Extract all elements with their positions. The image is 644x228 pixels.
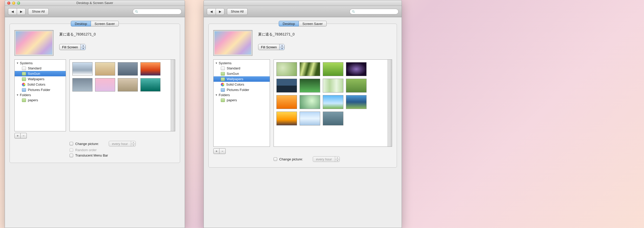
remove-folder-button[interactable]: － xyxy=(21,133,27,139)
fill-mode-select[interactable]: Fill Screen ▲▼ xyxy=(59,44,86,50)
show-all-button[interactable]: Show All xyxy=(227,8,248,15)
wallpaper-thumb[interactable] xyxy=(95,62,115,76)
sidebar-item-pictures-folder[interactable]: Pictures Folder xyxy=(15,87,66,93)
wallpaper-thumb[interactable] xyxy=(276,79,297,93)
group-folders[interactable]: ▼Folders xyxy=(214,93,270,97)
scrollbar[interactable] xyxy=(388,59,392,147)
scrollbar[interactable] xyxy=(171,59,175,131)
sidebar-item-songun[interactable]: SonGun xyxy=(214,71,270,76)
group-folders[interactable]: ▼Folders xyxy=(15,93,66,97)
wallpaper-thumb[interactable] xyxy=(300,79,320,93)
wallpaper-thumb[interactable] xyxy=(118,62,138,76)
minimize-button[interactable] xyxy=(12,2,15,5)
back-button[interactable]: ◀ xyxy=(207,8,216,15)
add-folder-button[interactable]: ＋ xyxy=(213,148,219,154)
wallpaper-thumb[interactable] xyxy=(346,95,367,109)
disclosure-triangle-icon[interactable]: ▼ xyxy=(215,62,218,65)
wallpaper-thumb[interactable] xyxy=(346,79,367,93)
color-wheel-icon xyxy=(221,83,224,86)
titlebar[interactable] xyxy=(204,0,402,6)
close-button[interactable] xyxy=(7,2,10,5)
zoom-button[interactable] xyxy=(17,2,20,5)
toolbar: ◀ ▶ Show All xyxy=(5,6,185,17)
add-remove-buttons: ＋ － xyxy=(213,148,392,154)
source-sidebar[interactable]: ▼Systems Standard SonGun Wallpapers Soli… xyxy=(14,59,66,131)
wallpaper-thumb[interactable] xyxy=(118,78,138,92)
search-field[interactable] xyxy=(133,9,182,14)
sidebar-item-standard[interactable]: Standard xyxy=(214,66,270,71)
disclosure-triangle-icon[interactable]: ▼ xyxy=(215,94,218,96)
translucent-label: Translucent Menu Bar xyxy=(75,153,108,157)
svg-line-1 xyxy=(137,12,138,13)
stepper-icon: ▲▼ xyxy=(335,157,340,162)
folder-icon xyxy=(221,77,225,81)
nav-buttons: ◀ ▶ xyxy=(8,8,26,15)
tab-screensaver[interactable]: Screen Saver xyxy=(299,21,327,26)
options-section: Change picture: every hour ▲▼ Random ord… xyxy=(70,140,175,158)
wallpaper-thumb[interactable] xyxy=(140,62,160,76)
wallpaper-thumb[interactable] xyxy=(276,95,297,109)
wallpaper-thumb[interactable] xyxy=(300,112,320,125)
wallpaper-thumb[interactable] xyxy=(95,78,115,92)
change-picture-checkbox[interactable] xyxy=(70,142,73,145)
tab-desktop[interactable]: Desktop xyxy=(279,21,299,26)
wallpaper-thumb[interactable] xyxy=(346,62,367,76)
tab-desktop[interactable]: Desktop xyxy=(71,21,91,26)
sidebar-item-papers[interactable]: papers xyxy=(15,97,66,103)
fill-mode-value: Fill Screen xyxy=(60,45,80,49)
options-section: Change picture: every hour ▲▼ xyxy=(274,156,392,163)
sidebar-item-wallpapers[interactable]: Wallpapers xyxy=(15,76,66,82)
wallpaper-thumb[interactable] xyxy=(323,79,343,93)
folder-icon xyxy=(22,77,26,81)
stepper-icon: ▲▼ xyxy=(131,141,135,146)
search-field[interactable] xyxy=(350,9,399,14)
thumbnail-grid[interactable] xyxy=(274,59,388,147)
change-picture-checkbox[interactable] xyxy=(274,157,277,161)
change-picture-row: Change picture: every hour ▲▼ xyxy=(274,156,392,163)
add-folder-button[interactable]: ＋ xyxy=(14,133,21,139)
show-all-button[interactable]: Show All xyxy=(28,8,49,15)
titlebar[interactable]: Desktop & Screen Saver xyxy=(5,0,185,6)
window-title: Desktop & Screen Saver xyxy=(5,1,185,5)
group-systems[interactable]: ▼Systems xyxy=(15,61,66,66)
sidebar-item-solid-colors[interactable]: Solid Colors xyxy=(15,82,66,87)
sidebar-item-wallpapers[interactable]: Wallpapers xyxy=(214,76,270,82)
svg-point-2 xyxy=(352,10,354,12)
wallpaper-thumb[interactable] xyxy=(276,62,297,76)
sidebar-item-songun[interactable]: SonGun xyxy=(15,71,66,76)
wallpaper-thumb[interactable] xyxy=(300,95,320,109)
wallpaper-thumb[interactable] xyxy=(323,62,343,76)
interval-select[interactable]: every hour ▲▼ xyxy=(313,156,340,162)
group-systems[interactable]: ▼Systems xyxy=(214,61,270,66)
wallpaper-thumb[interactable] xyxy=(72,62,92,76)
disclosure-triangle-icon[interactable]: ▼ xyxy=(16,62,19,65)
tab-screensaver[interactable]: Screen Saver xyxy=(91,21,119,26)
prefs-window-left: Desktop & Screen Saver ◀ ▶ Show All Desk… xyxy=(5,0,185,228)
wallpaper-thumb[interactable] xyxy=(72,78,92,92)
wallpaper-thumb[interactable] xyxy=(323,112,343,125)
wallpaper-thumb[interactable] xyxy=(323,95,343,109)
wallpaper-thumb[interactable] xyxy=(140,78,160,92)
thumbnail-grid[interactable] xyxy=(70,59,171,131)
sidebar-item-solid-colors[interactable]: Solid Colors xyxy=(214,82,270,87)
add-remove-buttons: ＋ － xyxy=(14,133,175,139)
forward-button[interactable]: ▶ xyxy=(17,8,26,15)
translucent-checkbox[interactable] xyxy=(70,154,73,157)
back-button[interactable]: ◀ xyxy=(8,8,17,15)
sidebar-item-pictures-folder[interactable]: Pictures Folder xyxy=(214,87,270,93)
preview-image xyxy=(215,31,251,54)
svg-line-3 xyxy=(354,12,355,13)
remove-folder-button[interactable]: － xyxy=(219,148,226,154)
forward-button[interactable]: ▶ xyxy=(216,8,224,15)
disclosure-triangle-icon[interactable]: ▼ xyxy=(16,94,19,96)
sidebar-item-papers[interactable]: papers xyxy=(214,97,270,103)
sidebar-item-standard[interactable]: Standard xyxy=(15,66,66,71)
wallpaper-thumb[interactable] xyxy=(276,112,297,125)
interval-select[interactable]: every hour ▲▼ xyxy=(109,141,136,147)
search-input[interactable] xyxy=(356,10,396,13)
change-picture-label: Change picture: xyxy=(75,142,99,146)
fill-mode-select[interactable]: Fill Screen ▲▼ xyxy=(258,44,285,50)
search-input[interactable] xyxy=(139,10,179,13)
source-sidebar[interactable]: ▼Systems Standard SonGun Wallpapers Soli… xyxy=(213,59,270,147)
wallpaper-thumb[interactable] xyxy=(300,62,320,76)
